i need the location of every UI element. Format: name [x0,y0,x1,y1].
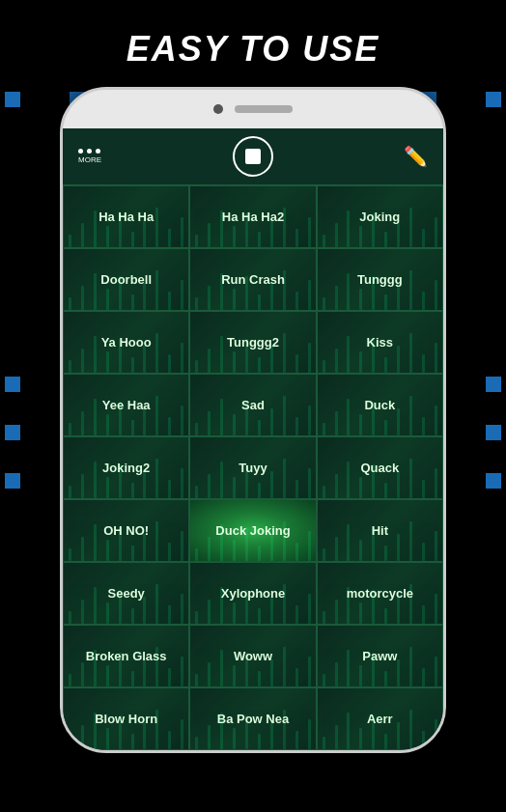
sound-cell-label: Ya Hooo [101,335,152,350]
sound-cell-9[interactable]: Kiss [317,311,443,374]
sound-cell-5[interactable]: Run Crash [189,248,316,311]
stop-icon [245,149,261,164]
sound-cell-6[interactable]: Tunggg [317,248,443,311]
sound-cell-label: Ha Ha Ha [98,210,154,225]
sound-cell-label: Tuyy [239,461,267,476]
sound-cell-22[interactable]: Broken Glass [63,625,189,687]
sound-cell-10[interactable]: Yee Haa [63,374,189,436]
phone-camera [213,104,223,114]
sound-cell-25[interactable]: Blow Horn [63,687,189,750]
sound-cell-label: Duck Joking [215,523,290,539]
sound-cell-13[interactable]: Joking2 [63,436,189,499]
phone-top-bar [63,90,443,128]
sound-cell-label: Blow Horn [95,712,157,727]
sound-cell-label: Hit [372,523,388,539]
dot [78,149,83,154]
sound-cell-1[interactable]: Ha Ha Ha [63,185,189,248]
sound-cell-21[interactable]: motorcycle [317,562,443,625]
sound-cell-3[interactable]: Joking [317,185,443,248]
more-menu-button[interactable]: MORE [78,149,101,164]
sound-cell-2[interactable]: Ha Ha Ha2 [189,185,316,248]
sound-cell-27[interactable]: Aerr [317,687,443,750]
sound-cell-label: Doorbell [100,272,152,288]
sound-cell-label: Ha Ha Ha2 [222,210,284,225]
sound-cell-label: Broken Glass [86,649,167,664]
toolbar: MORE ✏️ [63,128,443,185]
sound-cell-label: motorcycle [347,586,413,602]
phone-speaker [235,105,293,113]
sound-cell-label: Xylophone [221,586,285,602]
sound-cell-label: Joking [359,210,400,225]
sound-grid: Ha Ha HaHa Ha Ha2JokingDoorbellRun Crash… [63,185,443,750]
sound-cell-label: Quack [360,461,399,476]
sound-cell-label: OH NO! [103,523,149,539]
sound-cell-19[interactable]: Seedy [63,562,189,625]
sound-cell-26[interactable]: Ba Pow Nea [189,687,316,750]
sound-cell-16[interactable]: OH NO! [63,499,189,562]
sound-cell-8[interactable]: Tunggg2 [189,311,316,374]
sound-cell-4[interactable]: Doorbell [63,248,189,311]
sound-cell-label: Kiss [367,335,393,350]
sound-cell-label: Woww [234,649,272,664]
phone-screen: MORE ✏️ Ha Ha HaHa Ha Ha2JokingDoorbellR… [63,128,443,750]
sound-cell-23[interactable]: Woww [189,625,316,687]
sound-cell-label: Tunggg2 [227,335,279,350]
edit-button[interactable]: ✏️ [404,145,428,168]
dot [87,149,92,154]
sound-cell-7[interactable]: Ya Hooo [63,311,189,374]
more-label: MORE [78,155,101,164]
sound-cell-label: Yee Haa [102,398,151,413]
sound-cell-label: Paww [362,649,397,664]
sound-cell-label: Seedy [108,586,145,602]
sound-cell-17[interactable]: Duck Joking [189,499,316,562]
sound-cell-label: Sad [241,398,265,413]
sound-cell-14[interactable]: Tuyy [189,436,316,499]
phone-frame: MORE ✏️ Ha Ha HaHa Ha Ha2JokingDoorbellR… [60,87,446,753]
sound-cell-label: Ba Pow Nea [217,712,289,727]
sound-cell-label: Duck [364,398,395,413]
sound-cell-18[interactable]: Hit [317,499,443,562]
sound-cell-label: Joking2 [102,461,150,476]
sound-cell-label: Aerr [367,712,393,727]
sound-cell-11[interactable]: Sad [189,374,316,436]
sound-cell-label: Run Crash [221,272,285,288]
page-title: EASY TO USE [126,29,380,70]
sound-cell-15[interactable]: Quack [317,436,443,499]
stop-button[interactable] [233,136,273,177]
sound-cell-20[interactable]: Xylophone [189,562,316,625]
dot [96,149,100,154]
sound-cell-24[interactable]: Paww [317,625,443,687]
sound-cell-12[interactable]: Duck [317,374,443,436]
sound-cell-label: Tunggg [357,272,403,288]
